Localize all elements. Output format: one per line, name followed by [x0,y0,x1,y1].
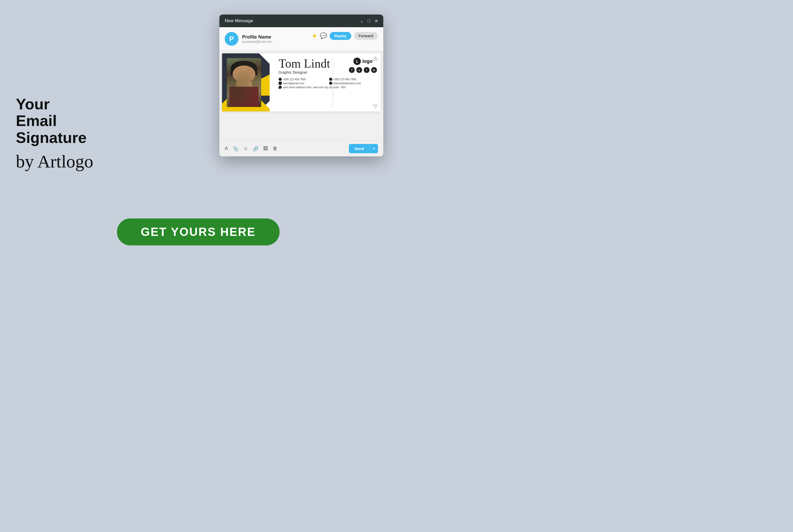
linkedin-icon[interactable]: in [371,67,377,73]
profile-section: P Profile Name yourname@mail.com [225,32,272,46]
send-button[interactable]: Send [349,144,369,153]
sig-vertical-divider [333,57,333,108]
email-header: P Profile Name yourname@mail.com ★ 💬 Rep… [219,27,383,51]
maximize-icon[interactable]: □ [368,18,370,23]
facebook-icon[interactable]: f [349,67,355,73]
email-window: New Message ⌄ □ ✕ P Profile Name yournam… [219,15,383,156]
website-icon [329,82,332,85]
left-section: Your Email Signature by Artlogo [16,96,127,170]
window-title: New Message [225,18,253,23]
text-format-icon[interactable]: A [225,146,228,151]
profile-email: yourname@mail.com [242,40,272,43]
send-button-group: Send ▼ [349,144,378,153]
profile-name: Profile Name [242,34,272,40]
logo-icon: L [353,58,361,65]
sig-right: Tom Lindt Graphic Designer +000 123 456 … [275,53,381,112]
profile-info: Profile Name yourname@mail.com [242,34,272,43]
image-icon[interactable]: 🖼 [263,146,268,151]
close-icon[interactable]: ✕ [374,18,378,23]
signature-card: Tom Lindt Graphic Designer +000 123 456 … [222,53,381,112]
trash-icon[interactable]: 🗑 [273,146,278,151]
sig-logo: L logo [353,58,372,65]
attachment-icon[interactable]: 📎 [233,146,238,152]
sig-email: name@gmail.com [279,82,327,85]
sig-phone2: +000 123 456 7890 [329,78,377,81]
twitter-icon[interactable]: t [364,67,370,73]
compose-toolbar: A 📎 ☺ 🔗 🖼 🗑 Send ▼ [219,140,383,156]
instagram-icon[interactable]: ● [356,67,362,73]
toolbar-icons: A 📎 ☺ 🔗 🖼 🗑 [225,146,278,152]
email-body-space [222,112,381,133]
title-bar: New Message ⌄ □ ✕ [219,15,383,27]
sig-social-icons: f ● t in [349,67,377,73]
star-icon[interactable]: ★ [312,33,317,39]
headline: Your Email Signature [16,96,127,146]
sig-address: your street address here, new york city … [279,86,377,89]
sig-website: www.websitename.com [329,82,377,85]
reply-button[interactable]: Replay [330,32,351,40]
send-dropdown-button[interactable]: ▼ [369,144,378,153]
chat-icon[interactable]: 💬 [320,33,327,39]
window-controls: ⌄ □ ✕ [360,18,378,23]
avatar: P [225,32,238,46]
sig-phone1: +000 123 456 7890 [279,78,327,81]
phone-icon-1 [279,78,282,81]
sig-left [222,53,275,112]
forward-button[interactable]: Forward [354,32,378,40]
link-icon[interactable]: 🔗 [253,146,259,152]
sig-contact: +000 123 456 7890 +000 123 456 7890 name… [279,78,377,89]
email-icon [279,82,282,85]
cta-button[interactable]: GET YOURS HERE [117,218,280,245]
email-actions: ★ 💬 Replay Forward [312,32,378,40]
phone-icon-2 [329,78,332,81]
byline: by Artlogo [16,152,127,170]
triangle-bottom-decoration [372,104,379,109]
emoji-icon[interactable]: ☺ [243,146,248,151]
address-icon [279,86,282,89]
minimize-icon[interactable]: ⌄ [360,18,364,23]
email-body: Tom Lindt Graphic Designer +000 123 456 … [219,51,383,140]
sig-logo-area: L logo f ● t in [349,58,377,73]
